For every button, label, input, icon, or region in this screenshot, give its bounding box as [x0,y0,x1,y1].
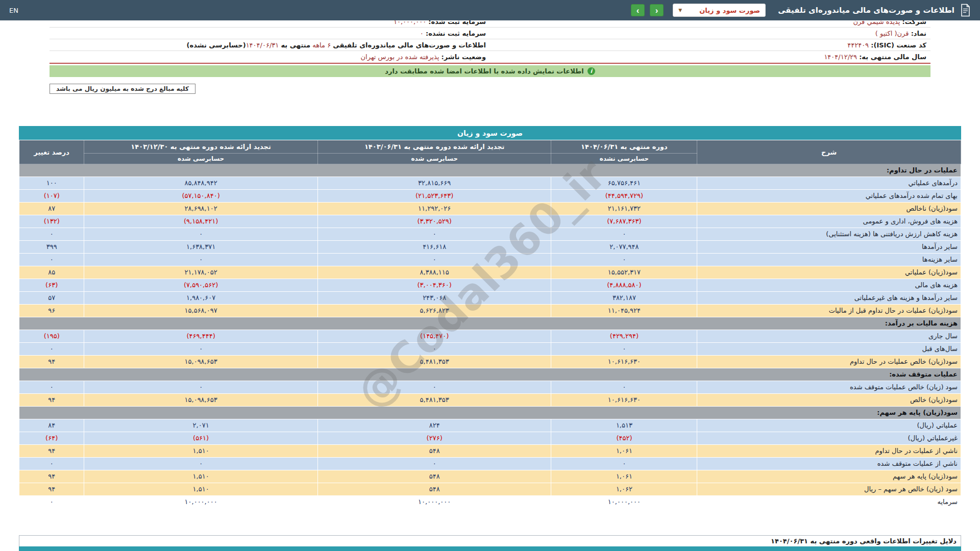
table-row: سود(زیان) پایه هر سهم۱,۰۶۱۵۴۸۱,۵۱۰۹۴ [19,470,961,483]
row-value-v1: ۲,۰۷۷,۹۴۸ [551,241,697,254]
statement-type-dropdown[interactable]: صورت سود و زیان ▼ [673,4,766,17]
table-row: سود(زیان) خالص عملیات در حال تداوم۱۰,۶۱۶… [19,356,961,368]
row-value-v2: ۴۱۶,۶۱۸ [317,241,551,254]
row-label: سود (زیان) خالص عملیات متوقف شده [697,381,961,394]
row-value-v3: (۴۶۹,۴۴۴) [84,330,318,343]
row-value-v3: ۱۰,۰۰۰,۰۰۰ [84,496,318,509]
row-value-v1: ۱,۰۶۱ [551,445,697,458]
row-value-pct: ۵۷ [19,292,84,305]
row-value-pct: ۱۰۰ [19,177,84,190]
row-value-v3: ۲,۰۷۱ [84,419,318,432]
row-label: سال جاری [697,330,961,343]
row-value-v3: ۰ [84,343,318,356]
row-value-pct: ۰ [19,458,84,470]
row-label: سود(زیان) عملیاتي [697,266,961,279]
fiscal-year-value: ۱۴۰۴/۱۲/۲۹ [824,53,857,61]
row-value-pct: ۰ [19,496,84,509]
row-value-pct: ۰ [19,254,84,266]
row-value-pct: (۶۴) [19,432,84,445]
row-value-v2: (۲۱,۵۲۳,۶۴۳) [317,190,551,203]
income-statement-section: صورت سود و زیان شرح دوره منتهی به ۱۴۰۴/۰… [19,126,961,509]
row-value-v1: (۴,۸۸۸,۵۸۰) [551,279,697,292]
table-row: سرمایه۱۰,۰۰۰,۰۰۰۱۰,۰۰۰,۰۰۰۱۰,۰۰۰,۰۰۰۰ [19,496,961,509]
row-value-pct: ۹۴ [19,470,84,483]
info-row: کد صنعت (ISIC): ۴۴۲۴۰۹ اطلاعات و صورت‌ها… [50,39,930,51]
income-table-head: شرح دوره منتهی به ۱۴۰۴/۰۶/۳۱ تجدید ارائه… [19,140,961,164]
income-table-body: عملیات در حال تداوم:درآمدهای عملیاتي۶۵,۷… [19,164,961,509]
row-value-v1: ۲۱,۱۶۱,۷۳۲ [551,203,697,215]
section-label: سود(زیان) پایه هر سهم: [19,407,961,419]
row-value-v1: ۰ [551,381,697,394]
row-value-v3: ۱,۹۸۰,۶۰۷ [84,292,318,305]
table-row: سایر درآمدها و هزینه های غیرعملیاتی۳۸۲,۱… [19,292,961,305]
row-value-v1: ۱۰,۶۱۶,۶۳۰ [551,356,697,368]
symbol-field: نماد: قرن( اکتیو ) [490,29,930,38]
row-value-v1: (۷,۶۸۷,۳۶۳) [551,215,697,228]
section-row: هزینه مالیات بر درآمد: [19,317,961,330]
isic-value: ۴۴۲۴۰۹ [847,41,869,49]
header-midyear-audit-status: حسابرسی شده [317,154,551,164]
header-restated-midyear: تجدید ارائه شده دوره منتهی به ۱۴۰۳/۰۶/۳۱ [317,140,551,154]
row-value-v2: ۰ [317,381,551,394]
row-value-v3: ۱۵,۰۹۸,۶۵۳ [84,356,318,368]
row-label: درآمدهای عملیاتي [697,177,961,190]
row-value-v1: ۱۰,۰۰۰,۰۰۰ [551,496,697,509]
row-label: ناشي از عملیات متوقف شده [697,458,961,470]
row-value-pct: (۱۰۷) [19,190,84,203]
info-row: سال مالی منتهی به: ۱۴۰۴/۱۲/۲۹ وضعیت ناشر… [50,51,930,63]
row-value-v1: ۱۰,۶۱۶,۶۳۰ [551,394,697,407]
publisher-status-field: وضعیت ناشر: پذیرفته شده در بورس تهران [50,52,490,62]
fiscal-year-field: سال مالی منتهی به: ۱۴۰۴/۱۲/۲۹ [490,52,930,62]
chevron-down-icon: ▼ [678,8,682,13]
isic-field: کد صنعت (ISIC): ۴۴۲۴۰۹ [490,40,930,50]
row-label: سود(زیان) عملیات در حال تداوم قبل از مال… [697,305,961,317]
row-label: سال‌های قبل [697,343,961,356]
unregistered-capital-field: سرمایه ثبت نشده: ۰ [50,29,490,38]
row-value-v1: ۳۸۲,۱۸۷ [551,292,697,305]
prev-statement-button[interactable]: ‹ [650,4,664,16]
header-row-periods: شرح دوره منتهی به ۱۴۰۴/۰۶/۳۱ تجدید ارائه… [19,140,961,154]
header-description: شرح [697,140,961,164]
row-value-v3: ۰ [84,254,318,266]
row-label: سود(زیان) پایه هر سهم [697,470,961,483]
row-value-v2: ۵,۶۲۶,۸۲۳ [317,305,551,317]
row-value-pct: ۸۷ [19,203,84,215]
row-value-v3: ۰ [84,228,318,241]
row-value-v2: ۱۱,۲۹۲,۰۲۶ [317,203,551,215]
row-value-v1: ۶۵,۷۵۶,۴۶۱ [551,177,697,190]
row-value-pct: ۰ [19,228,84,241]
row-value-v3: (۷,۵۹۰,۵۶۲) [84,279,318,292]
income-statement-title: صورت سود و زیان [19,126,961,140]
row-label: ناشي از عملیات در حال تداوم [697,445,961,458]
report-document-icon[interactable] [960,4,971,17]
row-value-v3: ۱۵,۰۹۸,۶۵۳ [84,394,318,407]
row-label: سرمایه [697,496,961,509]
row-value-v3: (۵۶۱) [84,432,318,445]
symbol-value: قرن( اکتیو ) [875,30,909,37]
statement-type-field: اطلاعات و صورت‌های مالی میاندوره‌ای تلفی… [50,40,490,50]
row-value-v3: ۱,۵۱۰ [84,483,318,496]
statement-period: ۶ ماهه [312,41,331,49]
row-value-v1: (۴۴,۵۹۴,۷۲۹) [551,190,697,203]
row-value-pct: (۱۹۵) [19,330,84,343]
unit-note-wrap: کلیه مبالغ درج شده به میلیون ریال می باش… [50,84,930,94]
row-value-pct: ۳۹۹ [19,241,84,254]
changes-reasons-title: دلایل تغییرات اطلاعات واقعی دوره منتهی ب… [19,535,961,546]
row-value-v3: ۰ [84,381,318,394]
fiscal-year-label: سال مالی منتهی به: [859,53,926,61]
table-row: سال جاری(۴۲۹,۲۹۴)(۱۴۵,۴۷۰)(۴۶۹,۴۴۴)(۱۹۵) [19,330,961,343]
section-label: عملیات متوقف شده: [19,368,961,381]
row-value-pct: ۹۶ [19,305,84,317]
next-statement-button[interactable]: › [631,4,645,16]
row-value-v3: ۲۸,۶۹۸,۱۰۲ [84,203,318,215]
section-row: عملیات متوقف شده: [19,368,961,381]
table-row: سال‌های قبل۰۰۰۰ [19,343,961,356]
row-value-v2: ۳۲,۸۱۵,۶۶۹ [317,177,551,190]
table-row: ناشي از عملیات در حال تداوم۱,۰۶۱۵۴۸۱,۵۱۰… [19,445,961,458]
header-yearend-audit-status: حسابرسی شده [84,154,318,164]
row-value-v2: (۳,۰۰۴,۳۶۰) [317,279,551,292]
language-toggle-en[interactable]: EN [9,7,18,14]
currency-unit-note: کلیه مبالغ درج شده به میلیون ریال می باش… [50,84,195,94]
row-label: سود(زیان) خالص عملیات در حال تداوم [697,356,961,368]
row-value-pct: ۹۴ [19,394,84,407]
